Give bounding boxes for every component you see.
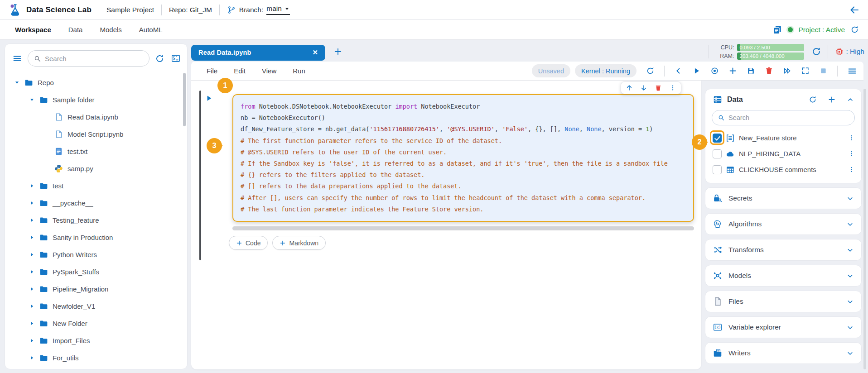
nav-tab-data[interactable]: Data <box>68 26 83 33</box>
chevron-down-icon[interactable] <box>846 272 854 280</box>
kebab-menu-icon[interactable] <box>848 166 855 173</box>
selected-cell-indicator <box>199 91 201 260</box>
tree-item[interactable]: __pycache__ <box>5 194 187 211</box>
section-label: Writers <box>728 349 840 357</box>
divider <box>219 5 220 15</box>
delete-cell-icon[interactable] <box>655 84 662 91</box>
chevron-down-icon[interactable] <box>846 324 854 331</box>
tree-item[interactable]: Python Writers <box>5 246 187 263</box>
delete-cell-icon[interactable] <box>765 67 773 75</box>
panel-section-secrets[interactable]: Secrets <box>705 187 862 209</box>
tree-item[interactable]: Testing_feature <box>5 211 187 229</box>
panel-section-variable-explorer[interactable]: (x)Variable explorer <box>705 316 862 338</box>
tree-item-label: Sanity in Production <box>53 234 113 241</box>
tree-item[interactable]: New Folder <box>5 315 187 332</box>
data-item[interactable]: CLICKHOUSE comments <box>705 162 861 177</box>
add-code-cell-button[interactable]: Code <box>229 236 268 250</box>
run-this-cell-icon[interactable] <box>205 94 213 102</box>
plus-icon <box>236 240 242 246</box>
right-panel: Data New_Feature storeNLP_HIRING_DATACLI… <box>705 89 862 369</box>
sidebar-search-input[interactable] <box>45 55 144 62</box>
tree-item[interactable]: Read Data.ipynb <box>5 108 187 125</box>
tree-item[interactable]: Newfolder_V1 <box>5 297 187 315</box>
refresh-data-icon[interactable] <box>809 96 817 104</box>
panel-section-models[interactable]: Models <box>705 265 862 287</box>
code-cell[interactable]: from Notebook.DSNotebook.NotebookExecuto… <box>232 94 694 222</box>
refresh-kernel-icon[interactable] <box>646 67 655 75</box>
collapse-section-chevron-up-icon[interactable] <box>847 96 854 103</box>
back-arrow-icon[interactable] <box>849 5 860 15</box>
menu-edit[interactable]: Edit <box>234 67 246 75</box>
chevron-down-icon[interactable] <box>846 298 854 306</box>
tree-item[interactable]: Sanity in Production <box>5 229 187 246</box>
chevron-down-icon[interactable] <box>846 195 854 202</box>
plus-icon <box>280 240 286 246</box>
chevron-down-icon[interactable] <box>846 220 854 228</box>
tree-item[interactable]: Sample folder <box>5 91 187 108</box>
code-editor[interactable]: from Notebook.DSNotebook.NotebookExecuto… <box>241 101 686 215</box>
checkbox-unchecked[interactable] <box>713 165 722 174</box>
terminal-icon[interactable] <box>170 53 182 63</box>
fullscreen-icon[interactable] <box>801 67 810 75</box>
cell-horizontal-scrollbar[interactable] <box>232 226 694 230</box>
refresh-icon[interactable] <box>850 25 859 34</box>
refresh-tree-icon[interactable] <box>155 54 164 63</box>
cell-more-options-icon[interactable] <box>669 84 676 91</box>
chevron-down-icon[interactable] <box>846 246 854 254</box>
kebab-menu-icon[interactable] <box>848 134 855 141</box>
right-panel-scrollbar[interactable] <box>863 89 866 369</box>
tree-item[interactable]: Import_Files <box>5 332 187 349</box>
panel-section-transforms[interactable]: Transforms <box>705 239 862 261</box>
run-all-cells-icon[interactable] <box>783 67 791 75</box>
close-tab-icon[interactable]: ✕ <box>311 48 319 57</box>
tree-item[interactable]: samp.py <box>5 160 187 177</box>
menu-view[interactable]: View <box>262 67 276 75</box>
add-data-icon[interactable] <box>828 96 836 104</box>
move-cell-down-icon[interactable] <box>640 84 647 91</box>
panel-section-writers[interactable]: Writers <box>705 342 862 364</box>
menu-file[interactable]: File <box>207 67 217 75</box>
chevron-left-icon[interactable] <box>674 67 683 75</box>
caret-collapsed-icon <box>29 286 35 292</box>
nav-tab-workspace[interactable]: Workspace <box>15 26 51 33</box>
add-markdown-cell-button[interactable]: Markdown <box>272 236 326 250</box>
notebook-tab-row: Read Data.ipynb ✕ CPU: 0.093 / 2.500 RAM… <box>191 42 864 62</box>
tree-item[interactable]: For_utils <box>5 349 187 366</box>
tree-item[interactable]: Pipeline_Migration <box>5 280 187 297</box>
tree-item[interactable]: test <box>5 177 187 194</box>
chevron-down-icon[interactable] <box>846 349 854 357</box>
section-label: Models <box>728 272 840 280</box>
tree-item[interactable]: PySpark_Stuffs <box>5 263 187 280</box>
checkbox-unchecked[interactable] <box>713 149 722 158</box>
tree-item[interactable]: test.txt <box>5 143 187 160</box>
notebook-tab[interactable]: Read Data.ipynb ✕ <box>191 45 325 61</box>
menu-run[interactable]: Run <box>293 67 305 75</box>
code-line: # If the Sandbox key is 'false', it is r… <box>241 158 686 169</box>
data-item[interactable]: New_Feature store <box>705 130 861 146</box>
new-tab-plus-icon[interactable] <box>333 47 342 56</box>
data-search-input[interactable] <box>728 114 849 121</box>
refresh-resources-icon[interactable] <box>811 47 821 57</box>
run-cell-icon[interactable] <box>692 67 701 75</box>
save-notebook-icon[interactable] <box>747 67 755 75</box>
hamburger-menu-icon[interactable] <box>12 53 22 63</box>
resource-meters: CPU: 0.093 / 2.500 RAM: 203.460 / 4048.0… <box>719 44 804 60</box>
panel-section-files[interactable]: Files <box>705 291 862 312</box>
move-cell-up-icon[interactable] <box>626 84 633 91</box>
data-item[interactable]: NLP_HIRING_DATA <box>705 146 861 162</box>
branch-name: main <box>266 5 282 13</box>
stop-kernel-icon[interactable] <box>819 67 828 75</box>
notebook-options-menu-icon[interactable] <box>847 66 857 76</box>
add-cell-icon[interactable] <box>728 67 737 75</box>
panel-section-algorithms[interactable]: Algorithms <box>705 213 862 235</box>
report-copy-icon[interactable] <box>772 25 782 35</box>
tree-item[interactable]: Repo <box>5 74 187 91</box>
kebab-menu-icon[interactable] <box>848 150 855 157</box>
sidebar-scrollbar[interactable] <box>183 73 186 126</box>
branch-selector[interactable]: Branch: main <box>227 5 290 15</box>
sidebar-header <box>5 44 187 71</box>
tree-item[interactable]: Model Script.ipynb <box>5 125 187 143</box>
interrupt-kernel-icon[interactable] <box>710 67 719 75</box>
nav-tab-models[interactable]: Models <box>100 26 121 33</box>
nav-tab-automl[interactable]: AutoML <box>139 26 163 33</box>
